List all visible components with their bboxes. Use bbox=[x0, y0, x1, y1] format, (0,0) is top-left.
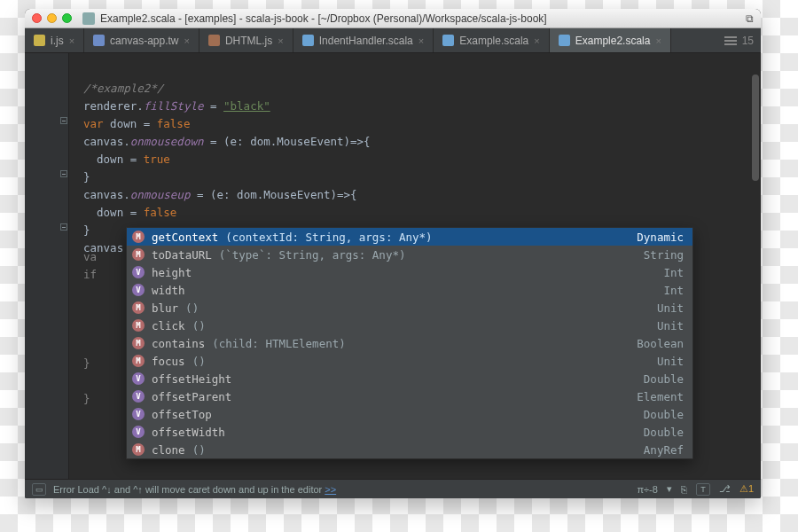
fold-toggle-icon[interactable] bbox=[60, 117, 67, 124]
completion-item[interactable]: Mfocus()Unit bbox=[127, 352, 692, 370]
completion-return-type: Element bbox=[637, 390, 684, 403]
completion-item[interactable]: Mcontains(child: HTMLElement)Boolean bbox=[127, 334, 692, 352]
code-text: false bbox=[144, 206, 177, 219]
completion-return-type: Int bbox=[663, 266, 684, 279]
completion-item[interactable]: VwidthInt bbox=[127, 281, 692, 299]
code-text: = bbox=[203, 99, 223, 113]
completion-item[interactable]: MgetContext(contextId: String, args: Any… bbox=[127, 228, 692, 246]
completion-return-type: Double bbox=[644, 426, 684, 439]
completion-return-type: Double bbox=[644, 372, 684, 386]
list-icon bbox=[724, 36, 737, 45]
scala-file-icon bbox=[302, 35, 314, 46]
code-text: = (e: dom.MouseEvent)=>{ bbox=[190, 188, 356, 201]
status-message: Error Load ^↓ and ^↑ will move caret dow… bbox=[53, 484, 336, 495]
code-text: false bbox=[157, 117, 191, 130]
tab-example2[interactable]: Example2.scala × bbox=[550, 28, 671, 52]
completion-item[interactable]: MtoDataURL(`type`: String, args: Any*)St… bbox=[127, 246, 692, 263]
code-text: "black" bbox=[223, 99, 270, 113]
code-completion-popup[interactable]: MgetContext(contextId: String, args: Any… bbox=[126, 227, 693, 459]
fold-toggle-icon[interactable] bbox=[60, 170, 67, 177]
tab-i-js[interactable]: i.js × bbox=[25, 28, 84, 52]
completion-name: offsetTop bbox=[152, 408, 212, 421]
close-icon[interactable] bbox=[32, 13, 42, 23]
code-text: /*example2*/ bbox=[83, 82, 163, 95]
code-text: onmouseup bbox=[130, 188, 191, 201]
code-text: canvas. bbox=[83, 188, 130, 201]
completion-item[interactable]: Mclone()AnyRef bbox=[127, 441, 692, 458]
completion-signature: (`type`: String, args: Any*) bbox=[219, 248, 406, 262]
status-tip-link[interactable]: >> bbox=[325, 484, 336, 495]
variable-kind-icon: V bbox=[132, 408, 145, 420]
completion-name: width bbox=[152, 284, 185, 297]
tab-indent-handler[interactable]: IndentHandler.scala × bbox=[293, 28, 434, 52]
js-file-icon bbox=[208, 35, 220, 46]
completion-item[interactable]: Mblur()Unit bbox=[127, 299, 692, 317]
completion-return-type: Unit bbox=[657, 319, 684, 332]
tab-label: Example2.scala bbox=[575, 35, 651, 47]
completion-return-type: Unit bbox=[657, 301, 684, 315]
titlebar: Example2.scala - [examples] - scala-js-b… bbox=[25, 9, 761, 28]
encoding-indicator[interactable]: π÷-8 bbox=[637, 484, 657, 495]
tab-label: canvas-app.tw bbox=[110, 35, 178, 47]
variable-kind-icon: V bbox=[132, 266, 145, 278]
completion-signature: () bbox=[192, 355, 206, 368]
code-text: true bbox=[144, 153, 170, 166]
fold-toggle-icon[interactable] bbox=[60, 223, 67, 231]
externalize-icon[interactable]: ⧉ bbox=[746, 12, 754, 25]
tool-window-icon[interactable]: ▭ bbox=[32, 483, 46, 496]
completion-signature: () bbox=[192, 319, 206, 332]
status-bar: ▭ Error Load ^↓ and ^↑ will move caret d… bbox=[25, 479, 761, 498]
completion-name: click bbox=[152, 319, 185, 332]
method-kind-icon: M bbox=[132, 231, 145, 243]
completion-name: focus bbox=[152, 355, 185, 368]
completion-return-type: Double bbox=[644, 408, 684, 421]
code-text: = (e: dom.MouseEvent)=>{ bbox=[203, 135, 370, 148]
zoom-icon[interactable] bbox=[62, 13, 72, 23]
hidden-tabs-count: 15 bbox=[742, 35, 754, 47]
js-file-icon bbox=[34, 35, 45, 46]
close-tab-icon[interactable]: × bbox=[655, 35, 661, 46]
completion-item[interactable]: VoffsetTopDouble bbox=[127, 405, 692, 423]
tab-label: i.js bbox=[51, 35, 64, 47]
git-icon[interactable]: ⎇ bbox=[719, 483, 731, 495]
code-ghost-text: va if } } bbox=[83, 231, 110, 426]
code-text: } bbox=[83, 170, 90, 184]
completion-return-type: Int bbox=[663, 284, 684, 297]
completion-item[interactable]: VheightInt bbox=[127, 263, 692, 281]
code-text: down = bbox=[83, 206, 144, 219]
minimize-icon[interactable] bbox=[47, 13, 57, 23]
completion-name: contains bbox=[152, 337, 205, 350]
inspections-icon[interactable]: T bbox=[696, 483, 710, 496]
tab-canvas-app[interactable]: canvas-app.tw × bbox=[84, 28, 200, 52]
close-tab-icon[interactable]: × bbox=[69, 35, 74, 46]
code-editor[interactable]: /*example2*/ renderer.fillStyle = "black… bbox=[25, 53, 761, 479]
completion-item[interactable]: VoffsetParentElement bbox=[127, 387, 692, 405]
tab-dhtml[interactable]: DHTML.js × bbox=[200, 28, 293, 52]
completion-name: toDataURL bbox=[152, 248, 212, 262]
tabstrip-overflow[interactable]: 15 bbox=[717, 28, 761, 52]
method-kind-icon: M bbox=[132, 248, 145, 261]
app-icon bbox=[82, 12, 95, 25]
window-title: Example2.scala - [examples] - scala-js-b… bbox=[100, 12, 547, 25]
method-kind-icon: M bbox=[132, 443, 145, 456]
completion-item[interactable]: Mclick()Unit bbox=[127, 317, 692, 334]
gutter[interactable] bbox=[25, 53, 69, 479]
code-text: fillStyle bbox=[144, 99, 204, 113]
close-tab-icon[interactable]: × bbox=[534, 35, 539, 46]
problems-indicator[interactable]: ⚠1 bbox=[739, 483, 754, 495]
tab-example[interactable]: Example.scala × bbox=[434, 28, 549, 52]
close-tab-icon[interactable]: × bbox=[184, 35, 189, 46]
completion-item[interactable]: VoffsetWidthDouble bbox=[127, 423, 692, 441]
completion-item[interactable]: VoffsetHeightDouble bbox=[127, 370, 692, 387]
code-text: var bbox=[83, 117, 104, 130]
code-text: down = bbox=[104, 117, 157, 130]
readonly-toggle-icon[interactable]: ⎘ bbox=[681, 484, 687, 495]
completion-return-type: String bbox=[644, 248, 684, 262]
close-tab-icon[interactable]: × bbox=[278, 35, 283, 46]
ide-window: Example2.scala - [examples] - scala-js-b… bbox=[25, 9, 761, 498]
scala-file-icon bbox=[442, 35, 454, 46]
close-tab-icon[interactable]: × bbox=[419, 35, 424, 46]
completion-name: blur bbox=[152, 301, 178, 315]
vertical-scrollbar[interactable] bbox=[752, 74, 759, 181]
window-controls bbox=[32, 13, 72, 23]
